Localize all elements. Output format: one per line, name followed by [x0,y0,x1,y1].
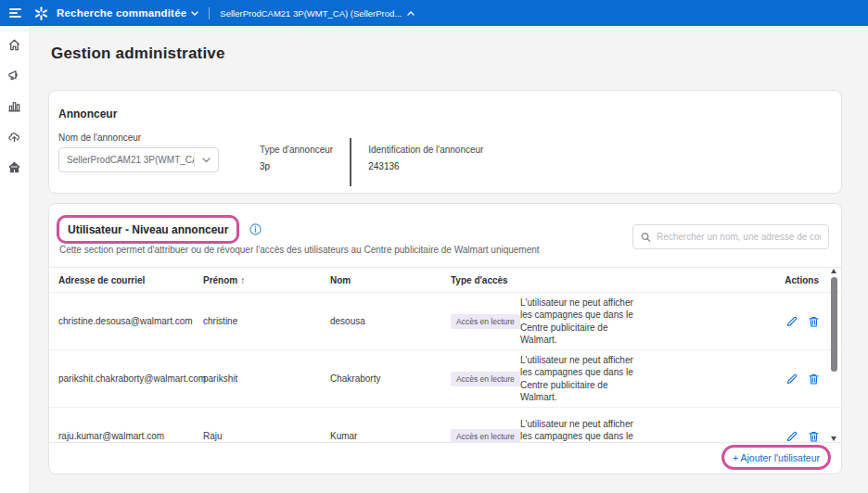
topbar: Recherche commanditée SellerProdCAM21 3P… [0,0,868,26]
megaphone-icon[interactable] [7,68,22,82]
users-card: Utilisateur - Niveau annonceur Cette sec… [48,203,842,474]
advertiser-name-select[interactable]: SellerProdCAM21 3P(WMT_CA)... [58,147,219,172]
table-row: raju.kumar@walmart.com Raju Kumar Accès … [49,407,841,443]
menu-icon[interactable] [9,6,23,19]
header-description-spacer [520,274,646,285]
home-filled-icon[interactable] [7,159,22,174]
pencil-icon [786,316,798,327]
header-last-name[interactable]: Nom [330,275,451,285]
edit-user-button[interactable] [786,316,798,327]
advertiser-type-value: 3p [260,161,333,171]
scroll-up-icon[interactable] [831,269,836,273]
page-title: Gestion administrative [51,44,225,63]
user-first-name: christine [203,316,330,326]
walmart-spark-icon [34,6,48,20]
scrollbar-thumb[interactable] [831,277,837,372]
bar-chart-icon[interactable] [7,98,22,113]
search-icon [641,232,651,243]
table-scrollbar[interactable] [830,269,838,441]
topbar-divider [209,7,210,19]
cloud-upload-icon[interactable] [7,129,22,144]
user-email: raju.kumar@walmart.com [58,431,203,441]
users-table: Adresse de courriel Prénom↑ Nom Type d'a… [49,267,841,443]
user-email: parikshit.chakraborty@walmart.com [58,373,203,384]
add-user-annotation: + Ajouter l'utilisateur [721,445,831,470]
user-last-name: Chakraborty [330,373,451,384]
edit-user-button[interactable] [786,431,798,442]
table-row: parikshit.chakraborty@walmart.com pariks… [49,349,841,407]
header-actions: Actions [646,275,819,285]
trash-icon [809,431,819,442]
user-email: christine.desousa@walmart.com [58,316,203,326]
access-description: L'utilisateur ne peut afficher les campa… [520,348,646,409]
user-last-name: desousa [330,316,451,326]
user-last-name: Kumar [330,431,451,441]
pencil-icon [786,431,798,442]
table-row: christine.desousa@walmart.com christine … [49,292,841,349]
sort-asc-icon: ↑ [240,275,245,285]
info-icon[interactable] [249,223,262,235]
add-user-button[interactable]: + Ajouter l'utilisateur [727,449,825,466]
edit-user-button[interactable] [786,373,798,385]
advertiser-name-label: Nom de l'annonceur [58,133,219,143]
delete-user-button[interactable] [809,373,819,385]
user-first-name: Raju [203,431,330,441]
vertical-divider [350,138,351,186]
trash-icon [809,316,819,327]
access-badge: Accès en lecture [451,372,520,386]
advertiser-id-field: Identification de l'annonceur 243136 [368,133,483,186]
users-section-title-annotation: Utilisateur - Niveau annonceur [57,215,239,244]
advertiser-name-value: SellerProdCAM21 3P(WMT_CA)... [59,155,194,165]
users-footer: + Ajouter l'utilisateur [49,441,841,474]
header-first-name[interactable]: Prénom↑ [203,275,330,285]
sidebar [0,26,30,493]
header-email[interactable]: Adresse de courriel [58,275,203,285]
advertiser-id-value: 243136 [368,161,483,171]
account-label: SellerProdCAM21 3P(WMT_CA) (SellerProd..… [220,8,402,19]
chevron-down-icon[interactable] [191,11,198,16]
access-description: L'utilisateur ne peut afficher les campa… [520,291,646,351]
advertiser-type-label: Type d'annonceur [260,145,333,155]
users-section-title: Utilisateur - Niveau annonceur [68,223,228,236]
product-switcher[interactable]: Recherche commanditée [57,7,186,19]
advertiser-type-field: Type d'annonceur 3p [260,133,333,186]
delete-user-button[interactable] [809,316,819,327]
pencil-icon [786,373,798,385]
access-description: L'utilisateur ne peut afficher les campa… [520,412,646,443]
advertiser-card: Annonceur Nom de l'annonceur SellerProdC… [48,90,842,194]
delete-user-button[interactable] [809,431,819,442]
search-input[interactable] [657,232,821,242]
access-badge: Accès en lecture [451,314,520,329]
home-icon[interactable] [7,37,22,52]
user-first-name: parikshit [203,373,330,384]
header-access-type[interactable]: Type d'accès [451,275,520,285]
advertiser-section-title: Annonceur [58,107,832,120]
advertiser-id-label: Identification de l'annonceur [368,145,483,155]
user-search [632,224,829,249]
advertiser-name-field: Nom de l'annonceur SellerProdCAM21 3P(WM… [58,133,219,186]
chevron-up-icon [407,11,415,16]
account-switcher[interactable]: SellerProdCAM21 3P(WMT_CA) (SellerProd..… [220,8,415,19]
chevron-down-icon [194,152,218,168]
trash-icon [809,373,819,385]
table-header-row: Adresse de courriel Prénom↑ Nom Type d'a… [49,268,841,292]
